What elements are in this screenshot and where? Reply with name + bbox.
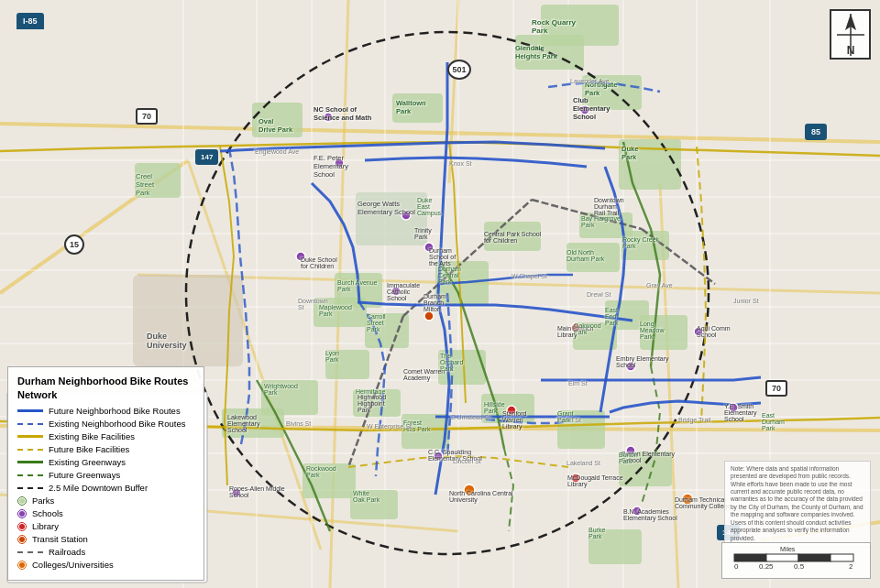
legend-item-buffer: 2.5 Mile Downtown Buffer	[17, 483, 194, 493]
label-durham-branch: DurhamBranchMilton	[424, 293, 446, 312]
label-burch-avenue: Burch AvenuePark	[337, 279, 377, 292]
svg-text:2: 2	[849, 562, 853, 571]
disclaimer: Note: Where data and spatial information…	[724, 461, 871, 547]
label-creel-street: CreelStreetPark	[136, 172, 154, 197]
label-burke-park: BurkePark	[588, 527, 605, 539]
svg-rect-94	[766, 554, 798, 561]
label-oval-drive: OvalDrive Park	[258, 117, 292, 134]
svg-text:0: 0	[734, 562, 739, 571]
svg-point-84	[424, 311, 434, 321]
svg-rect-93	[734, 554, 766, 561]
highway-shield-i85-nw: I-85	[16, 13, 44, 29]
label-grant-park: GrantPark	[557, 410, 574, 423]
label-east-durham: EastDurhamPark	[762, 412, 785, 431]
legend-dot-transit	[17, 535, 27, 544]
label-durham-school-arts: DurhamSchool ofthe Arts	[429, 247, 456, 267]
label-bna-schools: B.N. Academies Elementary School	[623, 508, 686, 521]
label-east-end: EastEndPark	[605, 307, 618, 326]
legend-line-future-facilities	[17, 449, 43, 451]
label-e-umstead: E Umstead St	[451, 414, 490, 420]
highway-shield-i85-ne: 85	[805, 124, 827, 140]
legend-line-existing-facilities	[17, 435, 43, 438]
label-rocky-creek: Rocky CreekPark	[622, 236, 659, 249]
svg-line-0	[0, 124, 880, 142]
legend-item-existing-routes: Existing Neighborhood Bike Routes	[17, 419, 194, 429]
label-bridge-trail: Bridge Trail	[678, 417, 710, 423]
legend-line-existing-routes	[17, 423, 43, 425]
label-lincoln-st: Lincoln St	[453, 458, 481, 464]
highway-shield-us147-w: 147	[195, 149, 218, 165]
label-lavender: Lavender Ave	[570, 78, 610, 84]
label-oakwood: OakwoodPark	[574, 322, 601, 335]
highway-shield-us70-e: 70	[765, 380, 787, 397]
legend-dot-colleges	[17, 561, 27, 570]
legend-item-existing-facilities: Existing Bike Facilities	[17, 431, 194, 441]
label-nc-central: North Carolina Central University	[449, 490, 515, 503]
legend-dot-schools	[17, 509, 27, 518]
svg-text:0.5: 0.5	[794, 562, 805, 571]
legend-title: Durham Neighborhood Bike Routes Network	[17, 375, 194, 401]
legend-line-future-greenways	[17, 474, 43, 476]
highway-shield-us15: 15	[64, 234, 84, 255]
legend-item-parks: Parks	[17, 495, 194, 506]
label-wrightwood: WrightwoodPark	[264, 383, 298, 396]
label-elm-st: Elm St	[568, 380, 588, 387]
label-duke-east: DukeEastCampus	[417, 197, 441, 216]
legend-item-future-facilities: Future Bike Facilities	[17, 444, 194, 454]
label-durham-central: DurhamCentralPark	[438, 266, 461, 285]
label-ye-smith: Y.E. SmithElementarySchool	[724, 403, 756, 422]
legend-item-existing-greenways: Existing Greenways	[17, 457, 194, 467]
legend-item-future-greenways: Future Greenways	[17, 470, 194, 480]
legend-item-schools: Schools	[17, 508, 194, 518]
legend-line-railroads	[17, 551, 43, 553]
legend-item-library: Library	[17, 521, 194, 531]
label-aqui-comm: Aqui CommSchool	[697, 325, 731, 338]
highway-shield-us70-w: 70	[136, 108, 158, 125]
label-walltown: WalltownPark	[396, 99, 426, 115]
label-junior-st: Junior St	[733, 298, 759, 304]
svg-rect-95	[798, 554, 830, 561]
label-rock-quarry: Rock QuarryPark	[532, 18, 576, 35]
svg-text:N: N	[846, 44, 854, 57]
legend: Durham Neighborhood Bike Routes Network …	[7, 366, 204, 581]
label-drewi-st: Drewi St	[587, 291, 610, 298]
label-lyon-park: LyonPark	[325, 350, 339, 363]
label-lakewood: LakewoodElementarySchool	[227, 414, 259, 433]
svg-text:Miles: Miles	[780, 547, 796, 552]
label-embry-elementary: Embry Elementary School	[616, 355, 676, 368]
label-duke-school-children: Duke Schoolfor Children	[301, 256, 337, 269]
label-englewood: Englewood Ave	[255, 148, 299, 155]
label-old-north-durham: Old NorthDurham Park	[566, 249, 604, 262]
legend-item-future-routes: Future Neighborhood Bike Routes	[17, 406, 194, 416]
label-george-watts: George Watts Elementary School	[358, 200, 426, 216]
legend-dot-parks	[17, 496, 27, 506]
label-knox-st: Knox St	[449, 160, 472, 167]
legend-line-buffer	[17, 487, 43, 489]
label-ropes-allen: Ropes-Allen Middle School	[229, 485, 292, 498]
label-bay-hargrove: Bay HargrovePark	[581, 215, 621, 228]
label-w-enterprise: W Enterprise St	[367, 423, 412, 430]
highway-shield-us501: 501	[447, 60, 471, 80]
label-white-oak: WhiteOak Park	[353, 490, 380, 503]
legend-line-future-routes	[17, 409, 43, 412]
label-glendale: GlendaleHeights Park	[515, 44, 557, 60]
label-fe-peter: F.E. PeterElementarySchool	[314, 154, 348, 179]
map-container: I-85 85 70 70 501 147 147 15 Rock Quarry…	[0, 0, 880, 588]
label-highwood: HighwoodHighpointPark	[358, 394, 386, 413]
north-arrow: N	[830, 9, 871, 60]
label-comet-warren: Comet WarrenAcademy	[403, 368, 445, 381]
legend-item-transit: Transit Station	[17, 534, 194, 544]
label-immaculate: ImmaculateCatholicSchool	[387, 282, 420, 301]
label-long-meadow: LongMeadowPark	[640, 321, 664, 340]
legend-item-colleges: Colleges/Universities	[17, 560, 194, 570]
label-central-park-school: Central Park School for Children	[484, 231, 544, 244]
label-lakeland-st: Lakeland St	[566, 460, 600, 466]
label-w-chapel: W.Chapel St	[512, 273, 547, 279]
svg-text:0.25: 0.25	[759, 562, 774, 571]
legend-dot-library	[17, 522, 27, 531]
legend-item-railroads: Railroads	[17, 547, 194, 557]
label-rockwood: RockwoodPark	[306, 465, 336, 478]
label-gray-ave: Gray Ave	[646, 282, 673, 289]
label-stanford-warren: StanfordWarrenLibrary	[502, 410, 526, 430]
label-duke-university: DukeUniversity	[147, 332, 187, 350]
